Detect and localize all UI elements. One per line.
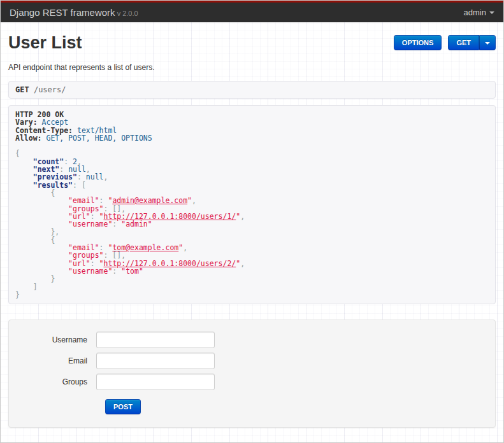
user-menu-dropdown[interactable]: admin (464, 8, 494, 17)
post-form: UsernameEmailGroupsPOST (9, 332, 495, 414)
username-controls (96, 332, 215, 348)
chevron-down-icon (489, 11, 494, 14)
groups-controls (96, 374, 215, 390)
brand: Django REST frameworkv 2.0.0 (10, 7, 138, 18)
page-description: API endpoint that represents a list of u… (8, 63, 496, 72)
top-navbar: Django REST frameworkv 2.0.0 admin (1, 1, 503, 22)
request-method: GET (15, 85, 29, 94)
username-input[interactable] (96, 332, 215, 348)
form-actions: POST (105, 399, 495, 414)
request-path: /users/ (34, 85, 66, 94)
action-buttons: OPTIONS GET (394, 32, 496, 50)
page-header: User List OPTIONS GET (8, 22, 496, 53)
request-bar: GET /users/ (8, 81, 496, 99)
post-button[interactable]: POST (105, 399, 141, 414)
page: { "navbar": { "brand": "Django REST fram… (0, 0, 504, 443)
form-row-username: Username (9, 332, 495, 348)
groups-input[interactable] (96, 374, 215, 390)
create-user-form-panel: UsernameEmailGroupsPOST (8, 320, 496, 428)
groups-label: Groups (9, 377, 96, 386)
email-label: Email (9, 356, 96, 365)
get-button-group: GET (448, 35, 496, 50)
email-input[interactable] (96, 353, 215, 369)
get-button[interactable]: GET (448, 35, 479, 50)
get-dropdown-toggle[interactable] (479, 35, 496, 50)
page-title: User List (8, 32, 82, 53)
chevron-down-icon (485, 42, 490, 45)
user-menu-label: admin (464, 8, 486, 17)
email-controls (96, 353, 215, 369)
username-label: Username (9, 335, 96, 344)
response-body: HTTP 200 OK Vary: Accept Content-Type: t… (8, 105, 496, 304)
brand-title: Django REST framework (10, 7, 115, 18)
version-label: v 2.0.0 (117, 10, 138, 17)
main-content: User List OPTIONS GET API endpoint that … (1, 22, 503, 428)
form-row-email: Email (9, 353, 495, 369)
options-button[interactable]: OPTIONS (394, 35, 442, 50)
form-row-groups: Groups (9, 374, 495, 390)
